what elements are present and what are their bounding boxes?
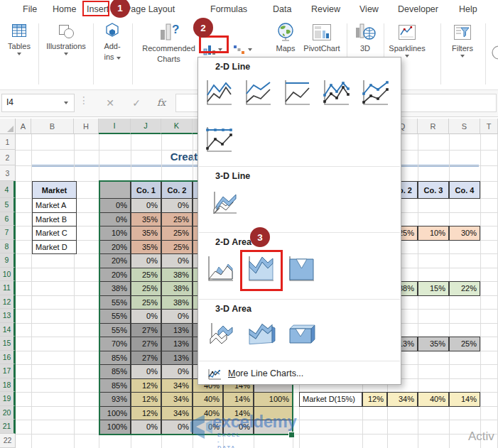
row-header-9[interactable]: 9 bbox=[0, 253, 16, 268]
cell-r16-c0[interactable]: 85% bbox=[99, 351, 131, 366]
cell-r6-c0[interactable]: 0% bbox=[99, 212, 131, 227]
cell-r19-c3[interactable]: 40% bbox=[193, 392, 223, 407]
column-header-S[interactable]: S bbox=[449, 119, 480, 134]
cell-market-2[interactable]: Market B bbox=[32, 212, 77, 227]
cell-r9-c2[interactable]: 0% bbox=[161, 253, 193, 268]
menu-icon-area-stacked[interactable] bbox=[245, 251, 278, 288]
cell-r20-c1[interactable]: 12% bbox=[131, 406, 161, 421]
cell-right-r15-c3[interactable]: 25% bbox=[449, 337, 480, 351]
cell-r19-c2[interactable]: 34% bbox=[161, 392, 193, 407]
tab-data[interactable]: Data bbox=[273, 4, 291, 14]
cell-r20-c2[interactable]: 34% bbox=[161, 406, 193, 421]
pivotchart-button[interactable]: PivotChart bbox=[299, 21, 345, 53]
cell-right-r11-c3[interactable]: 22% bbox=[449, 281, 480, 296]
insert-function-button[interactable]: fx bbox=[153, 94, 169, 112]
cell-market-3[interactable]: Market C bbox=[32, 226, 77, 241]
illustrations-button[interactable]: Illustrations bbox=[40, 21, 92, 55]
row-header-17[interactable]: 17 bbox=[0, 364, 16, 378]
cell-r8-c1[interactable]: 35% bbox=[131, 240, 161, 255]
cell-r16-c2[interactable]: 13% bbox=[161, 351, 193, 366]
menu-icon-area-3d-stacked[interactable] bbox=[244, 316, 280, 354]
more-line-charts-item[interactable]: More Line Charts... bbox=[228, 368, 303, 378]
cell-main-header-2[interactable]: Co. 2 bbox=[161, 181, 193, 199]
menu-icon-line-stacked-markers[interactable] bbox=[359, 72, 392, 114]
cell-main-header-0[interactable] bbox=[99, 181, 131, 199]
cell-r11-c0[interactable]: 38% bbox=[99, 281, 131, 296]
menu-icon-line-100[interactable] bbox=[281, 72, 314, 114]
cell-r13-c1[interactable]: 0% bbox=[131, 309, 161, 324]
cell-r7-c2[interactable]: 25% bbox=[161, 226, 193, 241]
row-header-6[interactable]: 6 bbox=[0, 212, 16, 226]
row-header-14[interactable]: 14 bbox=[0, 323, 16, 337]
cell-right-r19-c0[interactable]: 12% bbox=[362, 392, 387, 407]
menu-icon-area-100[interactable] bbox=[286, 251, 318, 288]
row-header-11[interactable]: 11 bbox=[0, 281, 16, 295]
tab-file[interactable]: File bbox=[23, 4, 37, 14]
tab-help[interactable]: Help bbox=[459, 4, 477, 14]
menu-icon-line-3d[interactable] bbox=[203, 182, 247, 225]
menu-icon-area-3d-100[interactable] bbox=[284, 316, 320, 354]
cell-market-1[interactable]: Market A bbox=[32, 198, 77, 213]
cell-right-r7-c2[interactable]: 10% bbox=[418, 226, 449, 241]
row-header-20[interactable]: 20 bbox=[0, 406, 16, 420]
cell-r13-c0[interactable]: 55% bbox=[99, 309, 131, 324]
cell-right-label-r19[interactable]: Market D(15%) bbox=[299, 392, 362, 407]
cell-r16-c1[interactable]: 27% bbox=[131, 351, 161, 366]
cell-r20-c0[interactable]: 100% bbox=[99, 406, 131, 421]
column-header-I[interactable]: I bbox=[99, 119, 131, 134]
row-header-1[interactable]: 1 bbox=[0, 134, 16, 150]
cell-r19-c0[interactable]: 93% bbox=[99, 392, 131, 407]
row-header-18[interactable]: 18 bbox=[0, 378, 16, 393]
row-header-12[interactable]: 12 bbox=[0, 295, 16, 310]
cell-r19-c4[interactable]: 14% bbox=[223, 392, 254, 407]
cell-r15-c0[interactable]: 70% bbox=[99, 337, 131, 351]
sparklines-button[interactable]: Sparklines bbox=[385, 21, 429, 58]
cell-r10-c1[interactable]: 25% bbox=[131, 268, 161, 283]
row-header-22[interactable]: 22 bbox=[0, 434, 16, 448]
cell-r6-c2[interactable]: 25% bbox=[161, 212, 193, 227]
menu-icon-line-100-markers[interactable] bbox=[203, 119, 236, 161]
cell-market-4[interactable]: Market D bbox=[32, 240, 77, 255]
cell-r10-c2[interactable]: 38% bbox=[161, 268, 193, 283]
cell-r8-c0[interactable]: 20% bbox=[99, 240, 131, 255]
cell-r11-c1[interactable]: 25% bbox=[131, 281, 161, 296]
cell-right-r19-c3[interactable]: 14% bbox=[449, 392, 480, 407]
row-header-19[interactable]: 19 bbox=[0, 392, 16, 406]
cell-r12-c1[interactable]: 25% bbox=[131, 295, 161, 310]
cell-r7-c1[interactable]: 35% bbox=[131, 226, 161, 241]
cell-r5-c1[interactable]: 0% bbox=[131, 198, 161, 213]
cell-r8-c2[interactable]: 25% bbox=[161, 240, 193, 255]
cell-r10-c0[interactable]: 20% bbox=[99, 268, 131, 283]
cell-r6-c1[interactable]: 35% bbox=[131, 212, 161, 227]
tab-review[interactable]: Review bbox=[311, 4, 340, 14]
cell-r14-c2[interactable]: 13% bbox=[161, 323, 193, 338]
cell-r11-c2[interactable]: 38% bbox=[161, 281, 193, 296]
column-header-R[interactable]: R bbox=[418, 119, 449, 134]
cell-r5-c2[interactable]: 0% bbox=[161, 198, 193, 213]
name-box-dropdown-icon[interactable] bbox=[64, 102, 68, 104]
cell-r17-c0[interactable]: 85% bbox=[99, 364, 131, 379]
menu-icon-line-stacked[interactable] bbox=[242, 72, 275, 114]
column-header-B[interactable]: B bbox=[31, 119, 74, 134]
select-all-corner[interactable] bbox=[0, 119, 16, 134]
row-header-5[interactable]: 5 bbox=[0, 198, 16, 212]
cell-r7-c0[interactable]: 10% bbox=[99, 226, 131, 241]
insert-column-chart-button[interactable] bbox=[201, 42, 229, 57]
cell-r13-c2[interactable]: 0% bbox=[161, 309, 193, 324]
enter-button[interactable]: ✓ bbox=[129, 94, 144, 112]
cell-r14-c1[interactable]: 27% bbox=[131, 323, 161, 338]
cell-right-r19-c1[interactable]: 34% bbox=[387, 392, 418, 407]
3d-map-button[interactable]: 3D bbox=[349, 21, 381, 53]
tab-formulas[interactable]: Formulas bbox=[210, 4, 247, 14]
cell-right-r15-c2[interactable]: 35% bbox=[418, 337, 449, 351]
cell-r18-c2[interactable]: 34% bbox=[161, 378, 193, 393]
tab-home[interactable]: Home bbox=[53, 4, 76, 14]
column-header-A[interactable]: A bbox=[16, 119, 31, 134]
cell-r17-c1[interactable]: 0% bbox=[131, 364, 161, 379]
cell-r19-c5[interactable]: 100% bbox=[254, 392, 293, 407]
row-header-8[interactable]: 8 bbox=[0, 240, 16, 254]
menu-icon-line[interactable] bbox=[203, 72, 236, 114]
cell-r12-c0[interactable]: 55% bbox=[99, 295, 131, 310]
cell-r14-c0[interactable]: 55% bbox=[99, 323, 131, 338]
column-header-J[interactable]: J bbox=[131, 119, 161, 134]
